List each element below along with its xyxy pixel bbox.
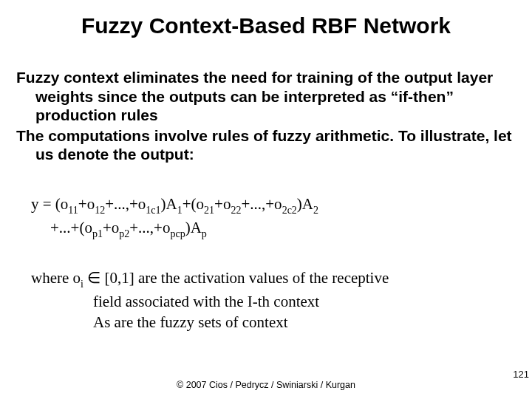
eq-frag: +o	[103, 219, 119, 236]
eq-frag: +o	[78, 195, 95, 213]
where-line-3: As are the fuzzy sets of context	[31, 312, 504, 332]
eq-frag: )A	[185, 219, 202, 236]
eq-frag: )A	[161, 195, 177, 213]
eq-frag: +(o	[183, 195, 204, 213]
where-block: where oi ∈ [0,1] are the activation valu…	[31, 267, 504, 333]
eq-frag: +...,+o	[129, 219, 170, 236]
eq-frag: +...+(o	[50, 219, 92, 236]
eq-frag: +...,+o	[105, 195, 146, 213]
footer-copyright: © 2007 Cios / Pedrycz / Swiniarski / Kur…	[0, 380, 532, 390]
eq-sub: 22	[231, 205, 241, 216]
paragraph-2: The computations involve rules of fuzzy …	[16, 126, 516, 164]
eq-sub: 21	[204, 205, 214, 216]
equation-line-2: +...+(op1+op2+...,+opcp)Ap	[31, 217, 504, 241]
page-number: 121	[513, 369, 529, 380]
eq-sub: 1	[177, 205, 183, 216]
where-frag: where o	[31, 269, 81, 287]
eq-sub: 12	[95, 205, 105, 216]
equation-block: y = (o11+o12+...,+o1c1)A1+(o21+o22+...,+…	[31, 194, 504, 241]
where-line-1: where oi ∈ [0,1] are the activation valu…	[31, 267, 504, 291]
eq-sub: 11	[68, 205, 78, 216]
where-sub: i	[81, 279, 83, 290]
eq-frag: )A	[297, 195, 313, 213]
eq-sub: p1	[92, 228, 103, 239]
eq-sub: 2	[313, 205, 318, 216]
eq-sub: pcp	[170, 228, 185, 239]
eq-frag: y = (o	[31, 195, 68, 213]
eq-frag: +o	[214, 195, 231, 213]
slide: Fuzzy Context-Based RBF Network Fuzzy co…	[0, 0, 532, 399]
eq-sub: p2	[119, 228, 129, 239]
eq-sub: 1c1	[146, 205, 160, 216]
where-line-2: field associated with the I-th context	[31, 291, 504, 312]
body-text: Fuzzy context eliminates the need for tr…	[16, 68, 516, 166]
slide-title: Fuzzy Context-Based RBF Network	[0, 13, 532, 38]
eq-sub: 2c2	[282, 205, 297, 216]
paragraph-1: Fuzzy context eliminates the need for tr…	[16, 68, 516, 125]
where-frag: ∈ [0,1] are the activation values of the…	[83, 269, 389, 287]
eq-sub: p	[202, 228, 207, 239]
eq-frag: +...,+o	[241, 195, 282, 213]
equation-line-1: y = (o11+o12+...,+o1c1)A1+(o21+o22+...,+…	[31, 194, 504, 217]
